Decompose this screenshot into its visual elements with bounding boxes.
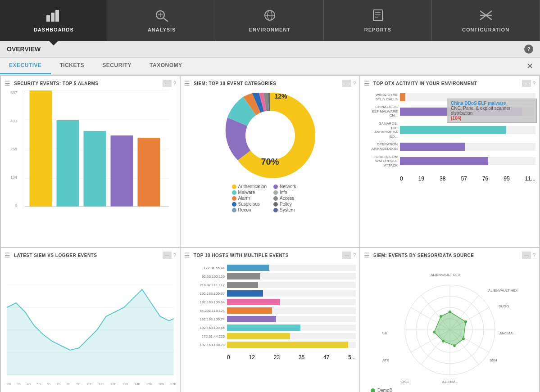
nav-environment[interactable]: ENVIRONMENT: [216, 0, 324, 41]
svg-rect-0: [46, 15, 50, 22]
tab-executive[interactable]: EXECUTIVE: [0, 58, 51, 74]
pie-top-label: 12%: [275, 93, 287, 100]
nav-environment-label: ENVIRONMENT: [249, 27, 290, 32]
widget-otx-header: ☰ TOP OTX ACTIVITY IN YOUR ENVIRONMENT —…: [364, 80, 535, 87]
svg-text:ALIENVAULT OTX: ALIENVAULT OTX: [430, 273, 460, 277]
widget-title-area-2: ☰ SIEM: TOP 10 EVENT CATEGORIES: [184, 80, 276, 87]
host-fill-1: [227, 273, 260, 279]
dashboards-icon: [46, 9, 61, 24]
widget-sensor-source: ☰ SIEM: EVENTS BY SENSOR/DATA SOURCE — ?: [360, 248, 539, 392]
host-track-0: [227, 265, 356, 271]
widget-help-icon-3[interactable]: ?: [533, 81, 535, 86]
configuration-icon: [479, 9, 493, 24]
environment-icon: [263, 9, 277, 24]
nav-dashboards-label: DASHBOARDS: [34, 27, 74, 32]
widget-collapse-button-6[interactable]: —: [522, 252, 531, 259]
svg-rect-25: [111, 135, 133, 207]
widget-collapse-button-5[interactable]: —: [342, 252, 351, 259]
tabs-container: EXECUTIVE TICKETS SECURITY TAXONOMY: [0, 58, 191, 74]
legend-alarm: Alarm: [232, 196, 267, 201]
widget-help-icon[interactable]: ?: [173, 81, 176, 86]
legend-dot-policy: [273, 202, 278, 207]
tab-tickets[interactable]: TICKETS: [51, 58, 94, 74]
svg-rect-1: [51, 13, 54, 22]
widget-otx-title: TOP OTX ACTIVITY IN YOUR ENVIRONMENT: [373, 81, 477, 86]
svg-point-52: [433, 331, 436, 333]
otx-track-4: [400, 157, 535, 165]
legend-dot-alarm: [232, 196, 236, 201]
host-row-1: 92.63.100.150: [184, 273, 356, 279]
nav-configuration[interactable]: CONFIGURATION: [432, 0, 540, 41]
legend-dot-authentication: [232, 185, 236, 189]
tab-security[interactable]: SECURITY: [93, 58, 141, 74]
radar-legend-dot: [371, 388, 375, 392]
svg-rect-22: [30, 90, 52, 207]
widget-menu-icon-2[interactable]: ☰: [184, 80, 190, 87]
widget-menu-icon-3[interactable]: ☰: [364, 80, 370, 87]
svg-text:ANOMA...: ANOMA...: [499, 331, 516, 335]
host-label-9: 192.168.100.78: [184, 343, 225, 347]
nav-reports[interactable]: REPORTS: [324, 0, 432, 41]
widget-menu-icon-5[interactable]: ☰: [184, 252, 190, 259]
host-fill-8: [227, 333, 290, 339]
widget-otx-title-area: ☰ TOP OTX ACTIVITY IN YOUR ENVIRONMENT: [364, 80, 477, 87]
otx-x-axis: 0 19 38 57 76 95 11...: [364, 176, 535, 182]
host-label-0: 172.31.55.44: [184, 266, 225, 270]
reports-icon: [371, 9, 385, 24]
widget-siem-title: LATEST SIEM VS LOGGER EVENTS: [14, 253, 97, 258]
widget-help-icon-2[interactable]: ?: [353, 81, 356, 86]
host-fill-7: [227, 324, 300, 331]
widget-top-alarms-title: SECURITY EVENTS: TOP 5 ALARMS: [14, 81, 99, 86]
overview-help-button[interactable]: ?: [524, 45, 533, 54]
widget-hosts-header: ☰ TOP 10 HOSTS WITH MULTIPLE EVENTS — ?: [184, 252, 356, 259]
tabs-bar: EXECUTIVE TICKETS SECURITY TAXONOMY ✕: [0, 58, 540, 75]
svg-rect-26: [138, 138, 160, 207]
widget-help-icon-4[interactable]: ?: [173, 252, 176, 258]
host-track-7: [227, 324, 356, 331]
widget-hosts-title-area: ☰ TOP 10 HOSTS WITH MULTIPLE EVENTS: [184, 252, 289, 259]
host-fill-4: [227, 299, 280, 305]
svg-text:ALIENVAULT HIDS: ALIENVAULT HIDS: [488, 288, 517, 293]
otx-row-2: GAMAPOS: THE ANDROMEDA BO...: [364, 122, 535, 139]
host-fill-0: [227, 265, 269, 271]
widget-top-alarms-header: ☰ SECURITY EVENTS: TOP 5 ALARMS — ?: [5, 80, 176, 87]
host-fill-3: [227, 290, 263, 297]
close-button[interactable]: ✕: [526, 61, 533, 71]
widget-collapse-button-2[interactable]: —: [342, 80, 351, 87]
svg-point-48: [464, 320, 467, 323]
legend-malware: Malware: [232, 190, 267, 195]
widget-top-hosts: ☰ TOP 10 HOSTS WITH MULTIPLE EVENTS — ? …: [181, 248, 359, 392]
nav-dashboards[interactable]: DASHBOARDS: [0, 0, 108, 41]
hosts-x-axis: 0 12 23 35 47 5...: [184, 354, 356, 360]
widget-collapse-button-3[interactable]: —: [522, 80, 531, 87]
legend-info: Info: [273, 190, 308, 195]
nav-analysis[interactable]: ANALYSIS: [108, 0, 216, 41]
legend-system: System: [273, 207, 308, 212]
widget-otx-activity: ☰ TOP OTX ACTIVITY IN YOUR ENVIRONMENT —…: [360, 76, 539, 247]
otx-fill-3: [400, 143, 465, 151]
radar-legend: DemoB: [371, 388, 392, 392]
analysis-icon: [154, 9, 169, 24]
line-chart: 2h 3h 4h 5h 6h 7h 8h 9h 10h 11h 12h 13h …: [5, 262, 176, 392]
widget-collapse-button-4[interactable]: —: [163, 252, 172, 259]
svg-point-47: [449, 311, 451, 313]
widget-title-area: ☰ SECURITY EVENTS: TOP 5 ALARMS: [5, 80, 99, 87]
dashboard-grid: ☰ SECURITY EVENTS: TOP 5 ALARMS — ? 537 …: [0, 75, 540, 392]
host-label-1: 92.63.100.150: [184, 275, 225, 279]
legend-network: Network: [273, 184, 308, 189]
svg-text:CISC: CISC: [400, 380, 409, 384]
pie-svg: [225, 90, 315, 180]
pie-chart-container: 70% 12% Authentication Network Malware: [184, 90, 356, 212]
legend-dot-network: [273, 185, 278, 189]
tooltip-sub: CNC, Panel & exploit scanner distributio…: [451, 106, 533, 116]
widget-menu-icon-6[interactable]: ☰: [364, 252, 370, 259]
widget-help-icon-6[interactable]: ?: [533, 252, 535, 258]
widget-menu-icon-4[interactable]: ☰: [5, 252, 10, 259]
widget-collapse-button[interactable]: —: [163, 80, 172, 87]
widget-menu-icon[interactable]: ☰: [5, 80, 10, 87]
tab-taxonomy[interactable]: TAXONOMY: [141, 58, 191, 74]
svg-point-51: [442, 340, 445, 342]
widget-help-icon-5[interactable]: ?: [353, 252, 356, 258]
host-row-6: 192.168.100.74: [184, 316, 356, 322]
otx-fill-2: [400, 126, 506, 134]
